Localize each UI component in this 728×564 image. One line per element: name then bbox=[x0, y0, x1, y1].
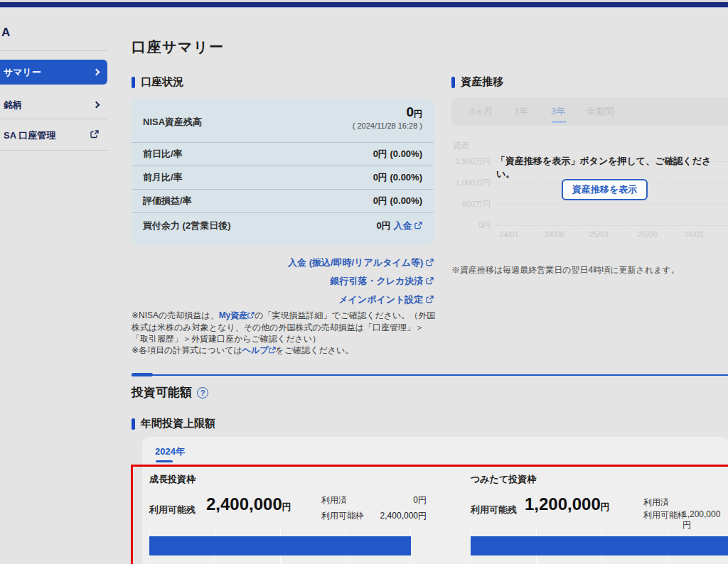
row-label: NISA資産残高 bbox=[143, 116, 202, 129]
period-tabs: 3ヵ月 1年 3年 全期間 bbox=[451, 97, 728, 126]
annotation-red-box bbox=[131, 465, 728, 564]
row-label: 評価損益/率 bbox=[143, 195, 192, 207]
year-tab-underline bbox=[156, 460, 173, 462]
section-marker bbox=[451, 77, 455, 88]
sidebar-divider bbox=[0, 150, 107, 151]
tab-all[interactable]: 全期間 bbox=[587, 97, 614, 126]
sidebar-item-label: SA 口座管理 bbox=[4, 129, 55, 142]
y-tick: 0円 bbox=[446, 220, 491, 231]
link-label: 入金 (振込/即時/リアルタイム等) bbox=[288, 257, 423, 268]
account-note: ※NISAの売却損益は、My資産の「実現損益詳細」でご確認ください。（外国株式は… bbox=[132, 310, 436, 357]
show-asset-transition-button[interactable]: 資産推移を表示 bbox=[562, 179, 648, 200]
table-row: 前月比/率 0円 (0.00%) bbox=[132, 166, 434, 189]
external-link-icon bbox=[247, 310, 255, 322]
balance-value-block: 0円 ( 2024/11/28 16:28 ) bbox=[353, 104, 422, 130]
sidebar-item-label: サマリー bbox=[4, 66, 41, 79]
chevron-right-icon bbox=[93, 69, 100, 76]
sidebar-divider bbox=[0, 119, 107, 119]
account-status-card: NISA資産残高 0円 ( 2024/11/28 16:28 ) 前日比/率 0… bbox=[132, 99, 434, 245]
page-title: 口座サマリー bbox=[132, 38, 224, 57]
help-icon[interactable]: ? bbox=[197, 387, 208, 398]
note-text: の「実現損益詳細」でご確認ください。 bbox=[255, 310, 410, 320]
section-marker bbox=[132, 418, 135, 430]
investable-heading: 投資可能額 ? bbox=[132, 384, 208, 401]
section-divider-accent bbox=[132, 373, 153, 376]
top-navy-bar bbox=[0, 2, 728, 7]
chart-placeholder-message: 「資産推移を表示」ボタンを押して、ご確認ください。 bbox=[496, 155, 728, 180]
external-link-icon bbox=[269, 345, 276, 357]
sidebar-logo: A bbox=[1, 26, 10, 40]
chart-axis-label: 資産 bbox=[453, 140, 470, 152]
section-title: 年間投資上限額 bbox=[141, 417, 215, 430]
section-marker bbox=[132, 77, 135, 88]
tab-3months[interactable]: 3ヵ月 bbox=[469, 97, 493, 126]
sidebar-item-account-management[interactable]: SA 口座管理 bbox=[0, 123, 107, 148]
balance-timestamp: ( 2024/11/28 16:28 ) bbox=[353, 121, 422, 130]
x-tick: 24/01 bbox=[499, 230, 519, 239]
row-value: 0円 (0.00%) bbox=[373, 195, 422, 207]
sidebar-item-summary[interactable]: サマリー bbox=[0, 60, 107, 85]
chevron-right-icon bbox=[93, 102, 100, 109]
my-assets-link[interactable]: My資産 bbox=[219, 310, 248, 320]
row-label: 買付余力 (2営業日後) bbox=[143, 219, 231, 232]
heading-label: 投資可能額 bbox=[132, 384, 192, 401]
section-title: 資産推移 bbox=[461, 75, 503, 89]
quick-links: 入金 (振込/即時/リアルタイム等) 銀行引落・クレカ決済 メインポイント設定 bbox=[132, 256, 434, 312]
chart-gridline bbox=[496, 204, 728, 205]
row-value: 0円 (0.00%) bbox=[373, 148, 422, 161]
asset-transition-header: 資産推移 bbox=[451, 75, 503, 89]
balance-unit: 円 bbox=[414, 109, 422, 119]
note-text: ※各項目の計算式については bbox=[132, 345, 242, 355]
row-value: 0円 (0.00%) bbox=[373, 171, 422, 184]
tab-1year[interactable]: 1年 bbox=[514, 97, 528, 126]
help-link[interactable]: ヘルプ bbox=[242, 345, 269, 355]
sidebar-divider bbox=[0, 50, 107, 51]
table-row: 買付余力 (2営業日後) 0円 入金 bbox=[132, 212, 434, 245]
external-link-icon bbox=[90, 130, 99, 141]
x-tick: 24/06 bbox=[545, 230, 564, 239]
y-tick: 500万円 bbox=[446, 199, 491, 210]
section-title: 口座状況 bbox=[141, 75, 183, 89]
row-value: 0円 bbox=[377, 220, 391, 231]
deposit-link[interactable]: 入金 bbox=[393, 220, 412, 231]
deposit-methods-link[interactable]: 入金 (振込/即時/リアルタイム等) bbox=[132, 256, 434, 269]
top-accent-line bbox=[0, 7, 728, 8]
note-text: ※NISAの売却損益は、 bbox=[132, 310, 219, 320]
x-tick: 26/01 bbox=[684, 230, 704, 239]
external-link-icon bbox=[426, 295, 434, 305]
bank-debit-link[interactable]: 銀行引落・クレカ決済 bbox=[132, 275, 434, 288]
active-tab-underline bbox=[552, 121, 567, 123]
external-link-icon bbox=[426, 276, 434, 287]
page: A サマリー 銘柄 SA 口座管理 口座サマリー 口座状況 NISA資産残高 0… bbox=[0, 0, 728, 564]
main-point-settings-link[interactable]: メインポイント設定 bbox=[132, 293, 434, 306]
section-divider-line bbox=[132, 374, 728, 376]
x-tick: 25/06 bbox=[638, 230, 658, 239]
external-link-icon bbox=[426, 258, 434, 269]
y-tick: 1,500万円 bbox=[446, 156, 491, 167]
chart-gridline bbox=[496, 225, 728, 226]
x-tick: 25/01 bbox=[589, 230, 609, 239]
annual-limit-header: 年間投資上限額 bbox=[132, 417, 215, 430]
table-row: NISA資産残高 0円 ( 2024/11/28 16:28 ) bbox=[132, 99, 434, 142]
y-tick: 1,000万円 bbox=[446, 178, 491, 188]
chart-update-note: ※資産推移は毎週最終営業日の翌日4時頃に更新されます。 bbox=[451, 264, 680, 276]
sidebar-item-label: 銘柄 bbox=[4, 99, 22, 112]
link-label: メインポイント設定 bbox=[338, 294, 423, 305]
row-label: 前日比/率 bbox=[143, 148, 183, 161]
note-text: をご確認ください。 bbox=[276, 345, 354, 355]
buying-power-value: 0円 入金 bbox=[377, 219, 422, 232]
table-row: 前日比/率 0円 (0.00%) bbox=[132, 142, 434, 166]
external-link-icon bbox=[414, 221, 422, 232]
sidebar-item-stocks[interactable]: 銘柄 bbox=[0, 92, 107, 117]
row-label: 前月比/率 bbox=[143, 171, 183, 184]
tab-year-2024[interactable]: 2024年 bbox=[155, 445, 185, 458]
link-label: 銀行引落・クレカ決済 bbox=[330, 276, 423, 286]
balance-value: 0 bbox=[406, 104, 414, 119]
table-row: 評価損益/率 0円 (0.00%) bbox=[132, 189, 434, 212]
account-status-header: 口座状況 bbox=[132, 75, 183, 89]
